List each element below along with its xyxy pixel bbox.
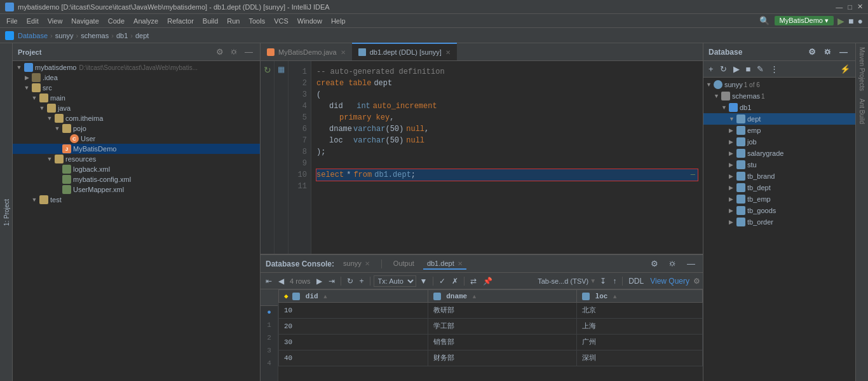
db-add-btn[interactable]: + (706, 63, 716, 75)
pin-btn[interactable]: 📌 (480, 275, 495, 287)
db-extra-btn[interactable]: ⋮ (768, 63, 781, 75)
prev-row-btn[interactable]: ◀ (276, 275, 287, 287)
refresh-btn[interactable]: ↻ (344, 275, 356, 287)
tx-settings-btn[interactable]: ▼ (417, 275, 430, 287)
tree-item-com-itheima[interactable]: ▼ com.itheima (13, 113, 260, 123)
db-item-stu[interactable]: ▶ stu (703, 159, 855, 170)
col-header-did[interactable]: ◆ did ▲ (279, 290, 428, 303)
project-settings-btn[interactable]: ⚙ (214, 47, 226, 57)
tree-item-mybatisdemo[interactable]: J MyBatisDemo (13, 144, 260, 154)
ant-build-tab[interactable]: Ant Build (857, 95, 867, 128)
menu-navigate[interactable]: Navigate (67, 16, 102, 26)
menu-build[interactable]: Build (199, 16, 222, 26)
import-btn[interactable]: ↑ (610, 275, 619, 287)
last-row-btn[interactable]: ⇥ (326, 275, 337, 287)
tree-item-src[interactable]: ▼ src (13, 83, 260, 93)
cell-did-2[interactable]: 20 (279, 319, 428, 335)
tree-item-resources[interactable]: ▼ resources (13, 154, 260, 164)
cell-loc-2[interactable]: 上海 (577, 319, 703, 335)
db-item-tb-order[interactable]: ▶ tb_order (703, 216, 855, 228)
menu-file[interactable]: File (3, 16, 22, 26)
console-connection-close[interactable]: ✕ (365, 260, 370, 267)
db-item-job[interactable]: ▶ job (703, 136, 855, 148)
cell-did-3[interactable]: 30 (279, 335, 428, 350)
db-filter-btn[interactable]: ▶ (731, 63, 742, 75)
layout-btn[interactable]: ⇄ (468, 275, 479, 287)
close-btn[interactable]: ✕ (857, 3, 863, 11)
db-item-dept[interactable]: ▼ dept (703, 113, 855, 125)
db-item-salarygrade[interactable]: ▶ salarygrade (703, 148, 855, 159)
minimize-btn[interactable]: — (836, 3, 843, 11)
tree-item-root[interactable]: ▼ mybatisdemo D:\itcast\Source\itcast\Ja… (13, 62, 260, 73)
tree-item-logback[interactable]: logback.xml (13, 164, 260, 174)
build-btn[interactable]: ■ (848, 16, 853, 26)
menu-help[interactable]: Help (327, 16, 349, 26)
table-row[interactable]: 30 销售部 广州 (279, 335, 703, 350)
console-tab-db1dept-close[interactable]: ✕ (458, 260, 463, 267)
console-settings-btn[interactable]: ⚙ (648, 258, 661, 270)
menu-analyze[interactable]: Analyze (130, 16, 162, 26)
project-minimize-btn[interactable]: — (243, 47, 255, 57)
db-item-sunyy[interactable]: ▼ sunyy 1 of 6 (703, 79, 855, 90)
tab-sep-arrow[interactable]: ▼ (590, 277, 596, 284)
tree-item-test[interactable]: ▼ test (13, 195, 260, 205)
table-row[interactable]: 40 财务部 深圳 (279, 350, 703, 366)
db-item-tb-goods[interactable]: ▶ tb_goods (703, 205, 855, 216)
db-item-tb-emp[interactable]: ▶ tb_emp (703, 193, 855, 205)
table-gutter-icon[interactable]: ▦ (278, 65, 285, 74)
debug-btn[interactable]: ● (858, 16, 863, 26)
db-item-db1[interactable]: ▼ db1 (703, 102, 855, 113)
cell-did-1[interactable]: 10 (279, 303, 428, 319)
db-item-schemas[interactable]: ▼ schemas 1 (703, 90, 855, 102)
breadcrumb-schemas[interactable]: schemas (81, 32, 109, 39)
cell-loc-4[interactable]: 深圳 (577, 350, 703, 366)
db-item-tb-dept[interactable]: ▶ tb_dept (703, 182, 855, 193)
tab-mybatisdemo[interactable]: MyBatisDemo.java ✕ (261, 43, 352, 60)
tab-ddl[interactable]: db1.dept (DDL) [sunyy] ✕ (352, 43, 457, 60)
run-btn[interactable]: ▶ (837, 16, 844, 26)
db-refresh-btn[interactable]: ↻ (717, 63, 729, 75)
cell-dname-2[interactable]: 学工部 (428, 319, 576, 335)
menu-tools[interactable]: Tools (245, 16, 269, 26)
project-settings2-btn[interactable]: ⛭ (228, 47, 240, 57)
breadcrumb-db1[interactable]: db1 (116, 32, 128, 39)
menu-code[interactable]: Code (104, 16, 128, 26)
maven-tab[interactable]: Maven Projects (857, 43, 867, 95)
cell-dname-3[interactable]: 销售部 (428, 335, 576, 350)
cell-did-4[interactable]: 40 (279, 350, 428, 366)
maximize-btn[interactable]: □ (848, 3, 852, 11)
next-row-btn[interactable]: ▶ (314, 275, 325, 287)
cell-dname-4[interactable]: 财务部 (428, 350, 576, 366)
reload-icon[interactable]: ↻ (264, 65, 271, 75)
cell-loc-3[interactable]: 广州 (577, 335, 703, 350)
db-item-tb-brand[interactable]: ▶ tb_brand (703, 170, 855, 182)
tree-item-mybatisconfig[interactable]: mybatis-config.xml (13, 174, 260, 184)
breadcrumb-database[interactable]: Database (18, 32, 48, 39)
console-tab-sunyy[interactable]: sunyy ✕ (339, 258, 374, 270)
tab-ddl-close[interactable]: ✕ (445, 49, 451, 56)
first-row-btn[interactable]: ⇤ (263, 275, 275, 287)
menu-vcs[interactable]: VCS (270, 16, 292, 26)
cell-loc-1[interactable]: 北京 (577, 303, 703, 319)
add-row-btn[interactable]: + (357, 275, 367, 287)
db-item-emp[interactable]: ▶ emp (703, 125, 855, 136)
db-settings-btn[interactable]: ⚙ (806, 46, 818, 58)
run-config-selector[interactable]: MyBatisDemo ▾ (775, 16, 834, 25)
menu-view[interactable]: View (44, 16, 67, 26)
breadcrumb-sunyy[interactable]: sunyy (55, 32, 74, 39)
project-sidebar-toggle[interactable]: 1: Project (0, 43, 13, 381)
db-minimize-btn[interactable]: — (837, 46, 850, 58)
console-tab-db1dept[interactable]: db1.dept ✕ (423, 258, 466, 270)
db-edit-btn[interactable]: ✎ (754, 63, 766, 75)
table-row[interactable]: 10 教研部 北京 (279, 303, 703, 319)
menu-edit[interactable]: Edit (23, 16, 43, 26)
cell-dname-1[interactable]: 教研部 (428, 303, 576, 319)
console-close-btn[interactable]: — (684, 258, 698, 270)
db-config-btn[interactable]: ⛭ (821, 46, 834, 58)
tree-item-idea[interactable]: ▶ .idea (13, 73, 260, 83)
tree-item-pojo[interactable]: ▼ pojo (13, 123, 260, 134)
export-btn[interactable]: ↧ (597, 275, 609, 287)
code-content[interactable]: -- auto-generated definition create tabl… (311, 61, 703, 254)
rollback-btn[interactable]: ✗ (449, 275, 461, 287)
db-filter2-btn[interactable]: ⚡ (837, 63, 853, 75)
